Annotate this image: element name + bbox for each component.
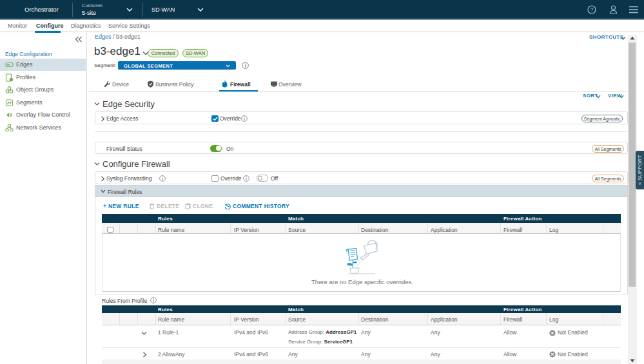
svg-text:?: ? xyxy=(590,6,594,13)
